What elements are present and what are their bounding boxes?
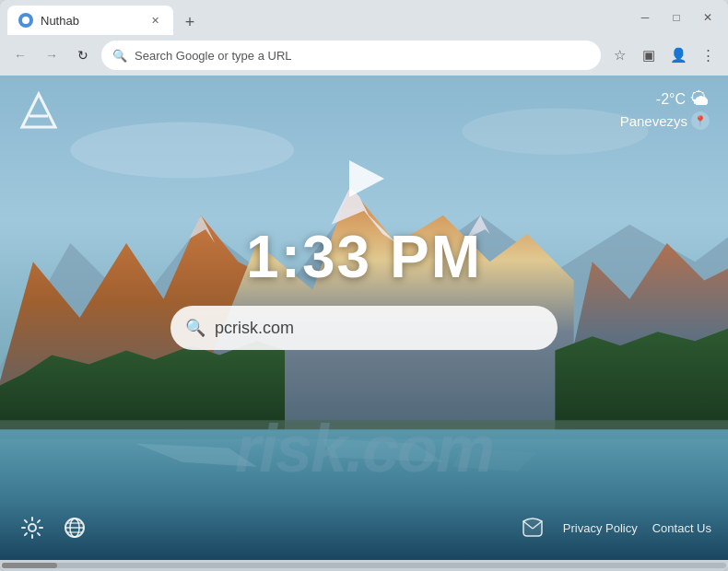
bottom-right-links: Privacy Policy Contact Us [517,512,711,543]
content-search-icon: 🔍 [185,318,205,338]
content-search-bar[interactable]: 🔍 pcrisk.com [170,306,558,350]
content-search-text: pcrisk.com [215,319,543,338]
minimize-button[interactable]: ─ [632,5,658,30]
toolbar-actions: ☆ ▣ 👤 ⋮ [606,42,721,68]
svg-marker-17 [22,94,55,127]
contact-us-icon [517,512,548,543]
contact-us-link[interactable]: Contact Us [652,521,711,535]
bottom-left-icons [17,512,90,543]
settings-icon[interactable] [17,512,48,543]
active-tab[interactable]: Nuthab ✕ [7,6,173,35]
logo-area[interactable] [18,90,59,131]
reload-button[interactable]: ↻ [70,42,96,68]
address-text: Search Google or type a URL [135,49,590,63]
address-search-icon: 🔍 [112,49,127,63]
content-area: risk.com -2°C 🌥 Panevezys 📍 [0,76,728,560]
weather-cloud-icon: 🌥 [691,88,710,110]
location-pin-icon: 📍 [691,111,710,130]
play-icon [349,160,384,197]
toolbar: ← → ↻ 🔍 Search Google or type a URL ☆ ▣ … [0,35,728,76]
address-bar[interactable]: 🔍 Search Google or type a URL [101,41,601,70]
weather-area: -2°C 🌥 Panevezys 📍 [620,88,710,130]
svg-point-15 [70,122,294,179]
menu-button[interactable]: ⋮ [695,42,721,68]
window-controls: ─ □ ✕ [632,5,721,30]
svg-point-19 [29,524,36,531]
globe-icon[interactable] [59,512,90,543]
bookmark-button[interactable]: ☆ [606,42,632,68]
tab-strip: Nuthab ✕ + [7,0,628,35]
chrome-window: Nuthab ✕ + ─ □ ✕ ← → ↻ 🔍 Search Google o… [0,0,728,571]
logo-icon [18,90,59,131]
clock-display: 1:33 PM [246,223,482,291]
weather-temperature: -2°C 🌥 [620,88,710,110]
profile-button[interactable]: 👤 [665,42,691,68]
close-button[interactable]: ✕ [695,5,721,30]
privacy-policy-link[interactable]: Privacy Policy [563,521,638,535]
forward-button[interactable]: → [39,42,65,68]
back-button[interactable]: ← [7,42,33,68]
svg-marker-9 [555,327,728,429]
weather-location[interactable]: Panevezys 📍 [620,111,710,130]
scrollbar-area [0,560,728,571]
new-tab-button[interactable]: + [177,9,203,35]
scrollbar-track[interactable] [2,563,726,568]
tab-favicon [18,13,33,28]
play-button-overlay[interactable] [336,151,392,206]
title-bar: Nuthab ✕ + ─ □ ✕ [0,0,728,35]
tab-close-button[interactable]: ✕ [147,13,162,28]
maximize-button[interactable]: □ [663,5,689,30]
tab-title: Nuthab [41,14,140,28]
extensions-button[interactable]: ▣ [636,42,662,68]
scrollbar-thumb[interactable] [2,563,57,568]
